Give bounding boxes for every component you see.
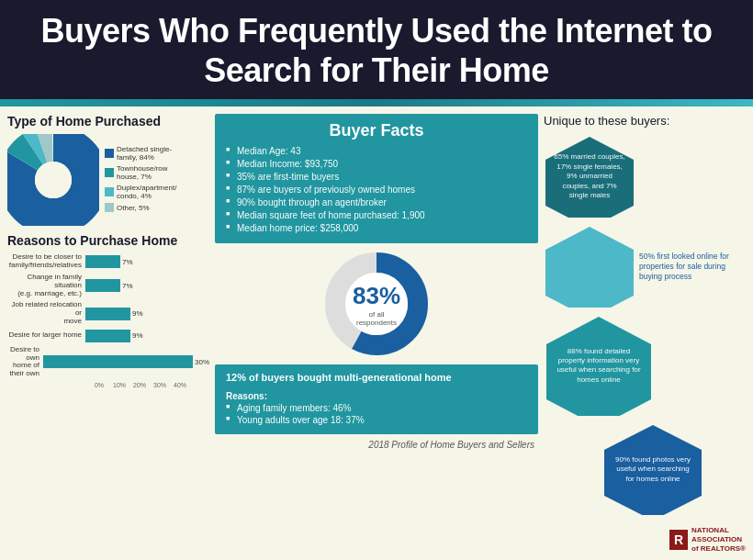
svg-marker-9 xyxy=(545,227,634,308)
hex-2-row: 50% first looked online for properties f… xyxy=(544,225,746,308)
donut-area: 83% of all respondents xyxy=(215,249,538,359)
buyer-facts-box: Buyer Facts Median Age: 43 Median Income… xyxy=(215,114,538,243)
nar-logo: R NATIONAL ASSOCIATION of REALTORS® xyxy=(544,522,746,553)
buyer-facts-title: Buyer Facts xyxy=(226,121,527,140)
hex-3-container: 88% found detailed property information … xyxy=(544,315,654,416)
header: Buyers Who Frequently Used the Internet … xyxy=(0,0,753,99)
hex-2-container xyxy=(544,225,635,308)
buyer-facts-list: Median Age: 43 Median Income: $93,750 35… xyxy=(226,146,527,233)
bar-chart: Desire to be closer tofamily/friends/rel… xyxy=(7,253,209,388)
x-axis: 0% 10% 20% 30% 40% xyxy=(89,382,209,388)
donut-sub: of all respondents xyxy=(349,310,404,327)
year-text: 2018 Profile of Home Buyers and Sellers xyxy=(368,440,534,450)
footer-text: 2018 Profile of Home Buyers and Sellers xyxy=(215,440,538,450)
donut-pct: 83% xyxy=(349,282,404,310)
nar-logo-box: R xyxy=(669,530,688,550)
donut-label: 83% of all respondents xyxy=(349,282,404,327)
bar-section: Reasons to Purchase Home Desire to be cl… xyxy=(7,233,209,388)
multi-gen-box: 12% of buyers bought multi-generational … xyxy=(215,364,538,434)
bar-row-1: Desire to be closer tofamily/friends/rel… xyxy=(7,253,209,270)
bar-title: Reasons to Purchase Home xyxy=(7,233,209,248)
hex-3-text: 88% found detailed property information … xyxy=(544,334,654,398)
fact-7: Median home price: $258,000 xyxy=(226,223,527,233)
pie-legend: Detached single-family, 84% Townhouse/ro… xyxy=(99,145,176,215)
nar-text: NATIONAL ASSOCIATION of REALTORS® xyxy=(691,526,746,553)
bar-row-4: Desire for larger home 9% xyxy=(7,330,209,342)
donut-chart: 83% of all respondents xyxy=(321,249,432,359)
hex-4-row: 90% found photos very useful when search… xyxy=(544,423,746,515)
bar-row-2: Change in family situation(e.g. marriage… xyxy=(7,274,209,297)
hex-4-container: 90% found photos very useful when search… xyxy=(602,423,703,515)
unique-title: Unique to these buyers: xyxy=(544,114,746,128)
fact-2: Median Income: $93,750 xyxy=(226,159,527,169)
multi-gen-item-1: Aging family members: 46% xyxy=(226,403,527,413)
right-column: Unique to these buyers: 65% married coup… xyxy=(544,114,746,549)
hex-1-container: 65% married couples, 17% single females,… xyxy=(544,135,635,218)
hex-4-text: 90% found photos very useful when search… xyxy=(602,442,703,497)
fact-4: 87% are buyers of previously owned homes xyxy=(226,185,527,195)
multi-gen-headline: 12% of buyers bought multi-generational … xyxy=(226,372,527,383)
left-column: Type of Home Purchased Detached single-f… xyxy=(7,114,209,549)
hex-2 xyxy=(544,225,635,308)
bar-row-5: Desire to own home oftheir own 30% xyxy=(7,346,209,378)
fact-5: 90% bought through an agent/broker xyxy=(226,197,527,207)
accent-bar xyxy=(0,99,753,106)
pie-title: Type of Home Purchased xyxy=(7,114,209,129)
fact-3: 35% are first-time buyers xyxy=(226,172,527,182)
page-title: Buyers Who Frequently Used the Internet … xyxy=(18,11,735,90)
fact-6: Median square feet of home purchased: 1,… xyxy=(226,210,527,220)
svg-point-4 xyxy=(35,162,72,198)
multi-gen-reasons-label: Reasons: xyxy=(226,391,267,401)
pie-chart xyxy=(7,134,99,226)
hex-1-text: 65% married couples, 17% single females,… xyxy=(544,143,635,209)
middle-column: Buyer Facts Median Age: 43 Median Income… xyxy=(209,114,544,549)
pie-section: Type of Home Purchased Detached single-f… xyxy=(7,114,209,226)
multi-gen-item-2: Young adults over age 18: 37% xyxy=(226,415,527,425)
multi-gen-list: Aging family members: 46% Young adults o… xyxy=(226,403,527,425)
hex-2-side-text: 50% first looked online for properties f… xyxy=(639,252,746,282)
bar-row-3: Job related relocation ormove 9% xyxy=(7,301,209,325)
fact-1: Median Age: 43 xyxy=(226,146,527,156)
